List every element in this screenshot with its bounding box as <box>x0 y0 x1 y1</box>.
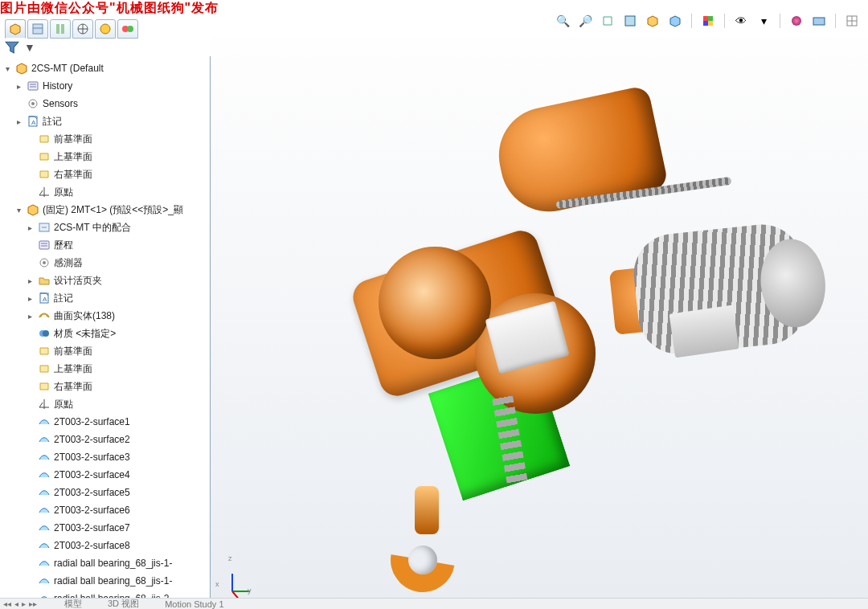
svg-rect-3 <box>703 21 708 26</box>
tree-item[interactable]: 2T003-2-surface7 <box>3 519 211 537</box>
tree-item[interactable]: radial ball bearing_68_jis-1- <box>3 554 211 572</box>
hoist-model <box>258 68 821 566</box>
tree-item[interactable]: ▸ A 註记 <box>3 289 211 307</box>
expander-icon[interactable] <box>26 559 35 568</box>
zoom-fit-icon[interactable]: 🔍 <box>555 13 571 29</box>
chain-container <box>428 359 570 501</box>
tree-item[interactable]: 2T003-2-surface8 <box>3 537 211 554</box>
viewport-3d[interactable]: z y x <box>211 37 868 598</box>
tree-item[interactable]: 2T003-2-surface5 <box>3 484 211 501</box>
box-icon[interactable] <box>645 13 661 29</box>
expander-icon[interactable]: ▸ <box>14 117 23 126</box>
expander-icon[interactable] <box>26 506 35 515</box>
tab-3dview[interactable]: 3D 视图 <box>100 598 147 609</box>
chevron-down-icon[interactable]: ▾ <box>3 64 12 73</box>
expander-icon[interactable] <box>26 542 35 550</box>
expander-icon[interactable] <box>26 241 35 250</box>
expander-icon[interactable]: ▸ <box>26 276 35 285</box>
expander-icon[interactable] <box>26 365 35 374</box>
expander-icon[interactable] <box>26 259 35 268</box>
tree-item[interactable]: Sensors <box>3 95 211 112</box>
expander-icon[interactable] <box>26 170 35 179</box>
tree-item[interactable]: 2T003-2-surface2 <box>3 431 211 448</box>
tree-item[interactable]: 歷程 <box>3 236 211 254</box>
expander-icon[interactable] <box>26 135 35 144</box>
tab-motion-study[interactable]: Motion Study 1 <box>157 599 231 609</box>
expander-icon[interactable] <box>26 347 35 356</box>
tab-render[interactable] <box>117 19 138 39</box>
filter-bar[interactable]: ▼ <box>5 40 35 55</box>
expander-icon[interactable] <box>26 435 35 444</box>
expander-icon[interactable]: ▸ <box>26 294 35 303</box>
tree-item[interactable]: radial ball bearing_68_jis-2- <box>3 590 211 598</box>
expander-icon[interactable] <box>26 471 35 480</box>
tab-property[interactable] <box>27 19 48 39</box>
eye-dropdown-icon[interactable]: ▾ <box>755 13 772 29</box>
tree-item[interactable]: 前基準面 <box>3 342 211 360</box>
tree-item[interactable]: 原點 <box>3 183 211 201</box>
zoom-prev-icon[interactable] <box>600 13 616 29</box>
tree-item[interactable]: 2T003-2-surface6 <box>3 501 211 519</box>
tree-item[interactable]: 原點 <box>3 395 211 413</box>
tab-feature-tree[interactable] <box>5 19 26 39</box>
expander-icon[interactable]: ▾ <box>14 206 23 215</box>
tab-display[interactable] <box>72 19 93 39</box>
tree-item[interactable]: 右基準面 <box>3 378 211 395</box>
tree-root[interactable]: ▾ 2CS-MT (Default <box>3 59 211 77</box>
tree-item[interactable]: 右基準面 <box>3 166 211 183</box>
zoom-area-icon[interactable]: 🔎 <box>577 13 593 29</box>
expander-icon[interactable] <box>26 153 35 161</box>
decal-icon[interactable] <box>844 13 860 29</box>
scene-icon[interactable] <box>811 13 827 29</box>
tree-item-label: 註记 <box>43 115 62 129</box>
expander-icon[interactable]: ▸ <box>26 223 35 232</box>
expander-icon[interactable] <box>26 382 35 391</box>
tree-item[interactable]: ▾ (固定) 2MT<1> (預設<<預設>_顯 <box>3 201 211 219</box>
cube-icon[interactable] <box>667 13 683 29</box>
surf-icon <box>38 592 51 598</box>
svg-point-24 <box>31 102 35 105</box>
tree-item[interactable]: ▸ A 註记 <box>3 112 211 130</box>
surf-icon <box>38 521 51 534</box>
tab-appearance[interactable] <box>95 19 116 39</box>
tree-item[interactable]: ▸ 曲面实体(138) <box>3 307 211 325</box>
expander-icon[interactable]: ▸ <box>14 82 23 91</box>
tab-model[interactable]: 模型 <box>56 598 90 609</box>
appearance-icon[interactable] <box>788 13 805 29</box>
visibility-icon[interactable]: 👁 <box>733 13 749 29</box>
tree-item[interactable]: 感測器 <box>3 254 211 272</box>
tree-item[interactable]: 上基準面 <box>3 360 211 378</box>
expander-icon[interactable] <box>14 100 23 108</box>
filter-dropdown-icon[interactable]: ▼ <box>24 41 35 54</box>
expander-icon[interactable] <box>26 400 35 409</box>
tree-item[interactable]: ▸ History <box>3 77 211 95</box>
expander-icon[interactable] <box>26 329 35 338</box>
tree-item[interactable]: 2T003-2-surface1 <box>3 413 211 431</box>
expander-icon[interactable] <box>26 577 35 586</box>
tab-config[interactable] <box>50 19 71 39</box>
tree-item[interactable]: 前基準面 <box>3 130 211 148</box>
expander-icon[interactable] <box>26 188 35 197</box>
color-cube-icon[interactable] <box>700 13 716 29</box>
expander-icon[interactable] <box>26 418 35 427</box>
tree-item[interactable]: 2T003-2-surface4 <box>3 466 211 484</box>
svg-point-36 <box>47 315 49 317</box>
tree-item-label: 曲面实体(138) <box>54 309 115 323</box>
feature-tree-panel[interactable]: ▾ 2CS-MT (Default ▸ History Sensors ▸ A … <box>0 56 211 598</box>
tree-item[interactable]: 上基準面 <box>3 148 211 166</box>
expander-icon[interactable] <box>26 488 35 497</box>
svg-rect-1 <box>703 16 708 21</box>
expander-icon[interactable] <box>26 453 35 462</box>
orientation-triad[interactable]: z y x <box>214 558 251 595</box>
tree-item[interactable]: 2T003-2-surface3 <box>3 448 211 466</box>
svg-text:A: A <box>31 119 36 126</box>
tree-item[interactable]: radial ball bearing_68_jis-1- <box>3 572 211 590</box>
axis-z-label: z <box>228 554 232 562</box>
expander-icon[interactable] <box>26 524 35 533</box>
tree-item[interactable]: 材质 <未指定> <box>3 325 211 342</box>
tree-item[interactable]: ▸ 2CS-MT 中的配合 <box>3 219 211 236</box>
tab-nav[interactable]: ◂◂◂▸▸▸ <box>3 599 37 608</box>
section-icon[interactable] <box>622 13 638 29</box>
expander-icon[interactable]: ▸ <box>26 312 35 321</box>
tree-item[interactable]: ▸ 设计活页夹 <box>3 272 211 289</box>
